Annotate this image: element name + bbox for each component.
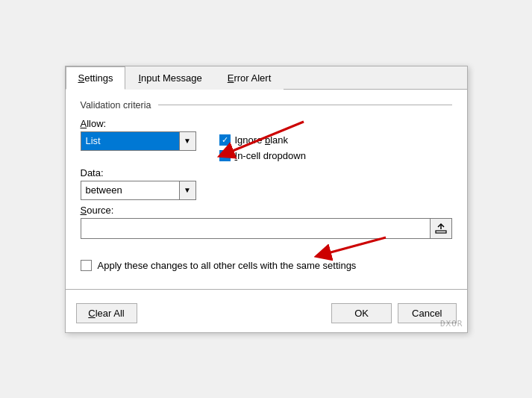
tab-bar: Settings Input Message Error Alert bbox=[66, 66, 467, 90]
allow-left: Allow: List ▼ bbox=[81, 118, 207, 151]
source-input[interactable] bbox=[81, 218, 430, 239]
in-cell-dropdown-check-icon: ✓ bbox=[222, 152, 228, 160]
button-row: Clear All OK Cancel bbox=[66, 297, 467, 332]
tab-input-message[interactable]: Input Message bbox=[125, 66, 214, 90]
tab-input-message-label: Input Message bbox=[138, 72, 201, 84]
dialog-content: Validation criteria Allow: List ▼ ✓ bbox=[66, 90, 467, 289]
in-cell-dropdown-checkbox[interactable]: ✓ bbox=[219, 150, 231, 161]
cancel-label: Cancel bbox=[412, 308, 442, 319]
data-dropdown-arrow[interactable]: ▼ bbox=[179, 181, 195, 199]
data-dropdown[interactable]: between ▼ bbox=[81, 181, 196, 200]
ok-label: OK bbox=[354, 308, 369, 319]
tab-settings[interactable]: Settings bbox=[66, 66, 126, 90]
in-cell-dropdown-row[interactable]: ✓ In-cell dropdown bbox=[219, 150, 452, 161]
cancel-button[interactable]: Cancel bbox=[398, 303, 456, 323]
ignore-blank-checkbox[interactable]: ✓ bbox=[219, 134, 231, 146]
allow-dropdown-arrow[interactable]: ▼ bbox=[179, 132, 195, 150]
ignore-blank-label: Ignore blank bbox=[235, 134, 289, 146]
source-row: Source: bbox=[81, 205, 452, 239]
data-dropdown-value: between bbox=[81, 183, 179, 197]
ignore-blank-row[interactable]: ✓ Ignore blank bbox=[219, 134, 452, 146]
source-label: Source: bbox=[81, 205, 452, 216]
ok-button[interactable]: OK bbox=[331, 303, 392, 323]
data-label: Data: bbox=[81, 167, 452, 178]
data-row: Data: between ▼ bbox=[81, 167, 452, 200]
apply-label: Apply these changes to all other cells w… bbox=[98, 260, 357, 271]
tab-settings-label: Settings bbox=[78, 72, 113, 84]
clear-all-button[interactable]: Clear All bbox=[76, 303, 137, 323]
apply-row: Apply these changes to all other cells w… bbox=[81, 260, 452, 271]
divider bbox=[66, 289, 467, 290]
data-validation-dialog: Settings Input Message Error Alert Valid… bbox=[65, 66, 468, 333]
source-input-row bbox=[81, 218, 452, 239]
svg-rect-0 bbox=[436, 231, 446, 233]
allow-dropdown[interactable]: List ▼ bbox=[81, 131, 196, 151]
in-cell-dropdown-label: In-cell dropdown bbox=[235, 150, 306, 161]
validation-criteria-label: Validation criteria bbox=[81, 100, 452, 111]
source-button-icon bbox=[435, 223, 447, 234]
apply-checkbox[interactable] bbox=[81, 260, 92, 271]
allow-row: Allow: List ▼ ✓ Ignore blank bbox=[81, 118, 452, 161]
clear-all-label: Clear All bbox=[88, 308, 124, 319]
tab-error-alert-label: Error Alert bbox=[228, 72, 272, 84]
allow-dropdown-value: List bbox=[81, 134, 179, 148]
ignore-blank-check-icon: ✓ bbox=[222, 136, 228, 144]
allow-label: Allow: bbox=[81, 118, 207, 129]
checkboxes-col: ✓ Ignore blank ✓ In-cell dropdown bbox=[207, 118, 452, 161]
source-collapse-button[interactable] bbox=[430, 218, 452, 239]
tab-error-alert[interactable]: Error Alert bbox=[215, 66, 284, 90]
